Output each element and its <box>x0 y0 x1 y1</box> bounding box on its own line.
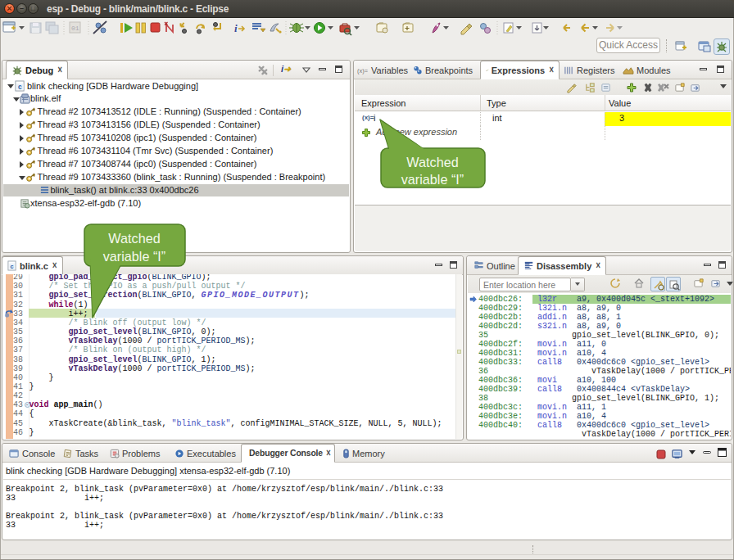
svg-text:i: i <box>234 22 238 34</box>
svg-text:01: 01 <box>71 25 79 32</box>
svg-text:(x)=: (x)= <box>357 67 368 75</box>
svg-text:c: c <box>10 263 13 270</box>
svg-text:c: c <box>18 83 22 91</box>
